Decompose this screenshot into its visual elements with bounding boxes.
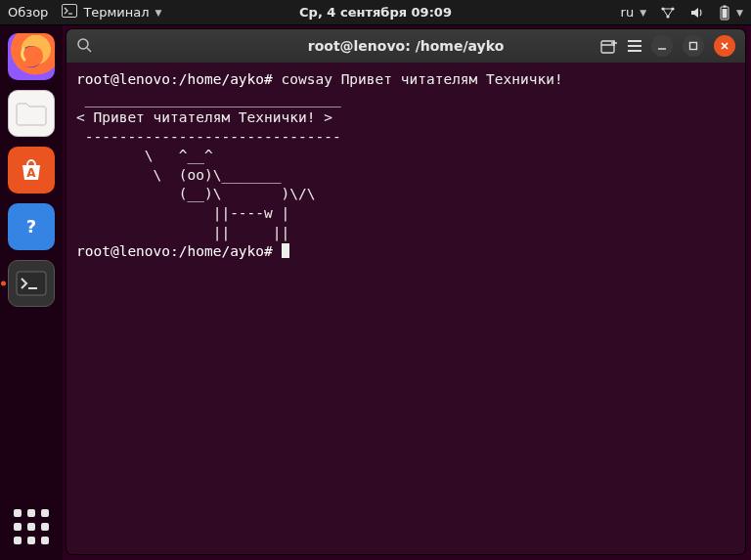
- maximize-button[interactable]: [683, 35, 704, 57]
- chevron-down-icon: ▼: [155, 8, 162, 18]
- svg-rect-6: [724, 5, 727, 7]
- svg-text:A: A: [26, 166, 36, 180]
- help-icon: ?: [17, 212, 46, 241]
- activities-label: Обзор: [8, 5, 48, 20]
- hamburger-menu-button[interactable]: [628, 40, 641, 52]
- svg-rect-7: [723, 9, 728, 19]
- shopping-bag-icon: A: [17, 155, 46, 185]
- dock-item-help[interactable]: ?: [8, 203, 55, 250]
- window-titlebar[interactable]: root@lenovo: /home/ayko: [66, 29, 745, 63]
- app-menu-label: Терминал: [83, 5, 149, 20]
- new-tab-button[interactable]: [600, 38, 618, 54]
- command-text: cowsay Привет читателям Технички!: [282, 71, 563, 87]
- app-menu[interactable]: Терминал ▼: [62, 4, 161, 21]
- svg-rect-21: [690, 43, 697, 50]
- dock-item-firefox[interactable]: [8, 33, 55, 80]
- cursor: [282, 243, 289, 258]
- apps-grid-icon: [14, 509, 49, 544]
- svg-rect-12: [17, 272, 46, 295]
- dock-item-terminal[interactable]: [8, 260, 55, 307]
- svg-rect-0: [63, 5, 77, 18]
- show-applications-button[interactable]: [8, 503, 55, 550]
- search-icon[interactable]: [76, 37, 92, 56]
- desktop-area: A ? root@lenovo: /home/ayko: [0, 25, 751, 560]
- prompt: root@lenovo:/home/ayko#: [76, 243, 273, 259]
- close-button[interactable]: [714, 35, 735, 57]
- minimize-button[interactable]: [651, 35, 673, 57]
- dock-item-software[interactable]: A: [8, 147, 55, 194]
- terminal-icon: [62, 4, 77, 21]
- network-icon[interactable]: [660, 6, 676, 20]
- cowsay-output: ______________________________ < Привет …: [76, 91, 341, 240]
- firefox-icon: [14, 39, 49, 74]
- terminal-output[interactable]: root@lenovo:/home/ayko# cowsay Привет чи…: [66, 63, 745, 554]
- svg-line-15: [87, 48, 91, 52]
- activities-button[interactable]: Обзор: [8, 5, 48, 20]
- chevron-down-icon: ▼: [736, 8, 743, 18]
- keyboard-layout-indicator[interactable]: ru ▼: [621, 5, 647, 20]
- terminal-icon: [16, 271, 47, 296]
- prompt: root@lenovo:/home/ayko#: [76, 71, 273, 87]
- clock[interactable]: Ср, 4 сентября 09:09: [299, 5, 452, 20]
- gnome-top-bar: Обзор Терминал ▼ Ср, 4 сентября 09:09 ru…: [0, 0, 751, 25]
- dock-item-files[interactable]: [8, 90, 55, 137]
- window-title: root@lenovo: /home/ayko: [308, 38, 505, 54]
- volume-icon[interactable]: [689, 6, 705, 20]
- battery-icon[interactable]: ▼: [719, 5, 743, 21]
- svg-text:?: ?: [26, 216, 36, 237]
- folder-icon: [15, 100, 48, 127]
- dock: A ?: [0, 25, 63, 560]
- chevron-down-icon: ▼: [640, 8, 646, 18]
- terminal-window: root@lenovo: /home/ayko root@lenovo:/hom…: [66, 29, 745, 554]
- svg-point-14: [78, 39, 88, 49]
